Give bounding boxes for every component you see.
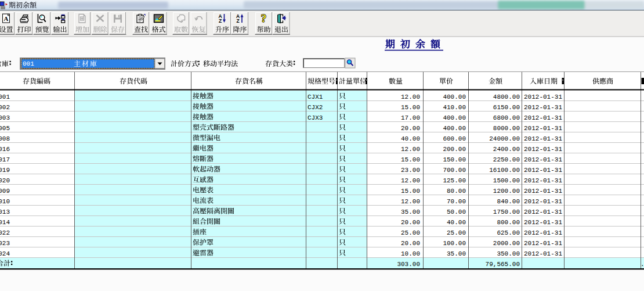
svg-text:79,565.00: 79,565.00 [486, 261, 520, 268]
svg-text:350.00: 350.00 [497, 250, 520, 257]
svg-text:20.00: 20.00 [401, 125, 420, 132]
svg-text:009: 009 [0, 188, 10, 195]
svg-text:014: 014 [0, 219, 10, 226]
svg-text:12.00: 12.00 [401, 146, 420, 153]
svg-text:840.00: 840.00 [497, 198, 520, 205]
svg-text:008: 008 [0, 135, 10, 142]
svg-text:010: 010 [0, 198, 10, 205]
svg-text:A: A [4, 15, 9, 22]
svg-text:800.00: 800.00 [497, 219, 520, 226]
svg-text:CJX3: CJX3 [307, 114, 323, 121]
svg-text:15.00: 15.00 [401, 104, 420, 111]
svg-text:25.00: 25.00 [447, 229, 466, 236]
svg-text:2012-01-31: 2012-01-31 [524, 240, 562, 247]
svg-text:700.00: 700.00 [443, 167, 466, 174]
svg-text:001: 001 [23, 60, 34, 67]
svg-text:017: 017 [0, 156, 10, 163]
svg-text:20.00: 20.00 [401, 219, 420, 226]
svg-text:400.00: 400.00 [443, 94, 466, 100]
svg-text:2250.00: 2250.00 [493, 156, 520, 163]
svg-text:016: 016 [0, 146, 10, 153]
svg-text:12.00: 12.00 [401, 94, 420, 100]
svg-text:410.00: 410.00 [443, 104, 466, 111]
svg-text:40.00: 40.00 [401, 135, 420, 142]
svg-text:2012-01-31: 2012-01-31 [524, 219, 562, 226]
svg-text:303.00: 303.00 [397, 261, 420, 268]
svg-text:001: 001 [0, 94, 10, 100]
svg-text:Z: Z [219, 18, 222, 24]
svg-text:12.00: 12.00 [401, 198, 420, 205]
svg-text:005: 005 [0, 125, 10, 132]
svg-text:25.00: 25.00 [401, 229, 420, 236]
svg-text:125.00: 125.00 [443, 177, 466, 184]
svg-text:019: 019 [0, 167, 10, 174]
svg-text:40.00: 40.00 [447, 219, 466, 226]
svg-text:2012-01-31: 2012-01-31 [524, 114, 562, 121]
svg-text:2012-01-31: 2012-01-31 [524, 198, 562, 205]
svg-text:50.00: 50.00 [447, 209, 466, 215]
svg-text:70.00: 70.00 [447, 198, 466, 205]
svg-text:400.00: 400.00 [443, 114, 466, 121]
svg-text:4800.00: 4800.00 [493, 94, 520, 100]
svg-text:?: ? [261, 12, 267, 24]
svg-text:150.00: 150.00 [443, 156, 466, 163]
svg-text:020: 020 [0, 177, 10, 184]
svg-text:35.00: 35.00 [401, 209, 420, 215]
svg-text:002: 002 [0, 104, 10, 111]
svg-text:2012-01-31: 2012-01-31 [524, 156, 562, 163]
svg-text:6800.00: 6800.00 [493, 114, 520, 121]
svg-text:2000.00: 2000.00 [493, 240, 520, 247]
svg-text:20.00: 20.00 [401, 240, 420, 247]
svg-text:2012-01-31: 2012-01-31 [524, 209, 562, 215]
svg-text:8000.00: 8000.00 [493, 125, 520, 132]
svg-text:2012-01-31: 2012-01-31 [524, 135, 562, 142]
svg-text:625.00: 625.00 [497, 229, 520, 236]
svg-text:.: . [641, 261, 644, 268]
svg-text:10.00: 10.00 [401, 250, 420, 257]
svg-text:24000.00: 24000.00 [489, 135, 520, 142]
svg-text:16100.00: 16100.00 [489, 167, 520, 174]
svg-text:80.00: 80.00 [447, 188, 466, 195]
svg-text:23.00: 23.00 [401, 167, 420, 174]
svg-text:Z: Z [236, 18, 239, 24]
svg-text:2012-01-31: 2012-01-31 [524, 94, 562, 100]
svg-text:1500.00: 1500.00 [493, 177, 520, 184]
svg-text:6150.00: 6150.00 [493, 104, 520, 111]
svg-text:2012-01-31: 2012-01-31 [524, 125, 562, 132]
svg-text:2012-01-31: 2012-01-31 [524, 229, 562, 236]
svg-text:2012-01-31: 2012-01-31 [524, 146, 562, 153]
svg-text:12.00: 12.00 [401, 177, 420, 184]
svg-text:17.00: 17.00 [401, 114, 420, 121]
svg-text:2012-01-31: 2012-01-31 [524, 188, 562, 195]
svg-text:200.00: 200.00 [443, 146, 466, 153]
svg-text:15.00: 15.00 [401, 156, 420, 163]
svg-text:CJX1: CJX1 [307, 94, 323, 100]
svg-text:2400.00: 2400.00 [493, 146, 520, 153]
svg-text:400.00: 400.00 [443, 125, 466, 132]
svg-text:600.00: 600.00 [443, 135, 466, 142]
svg-text:1750.00: 1750.00 [493, 209, 520, 215]
svg-text:1200.00: 1200.00 [493, 188, 520, 195]
svg-text:2012-01-31: 2012-01-31 [524, 167, 562, 174]
svg-text:023: 023 [0, 240, 10, 247]
svg-text:CJX2: CJX2 [307, 104, 323, 111]
svg-text:2012-01-31: 2012-01-31 [524, 177, 562, 184]
svg-text:024: 024 [0, 250, 10, 257]
svg-text:35.00: 35.00 [447, 250, 466, 257]
svg-text:15.00: 15.00 [401, 188, 420, 195]
svg-text:013: 013 [0, 209, 10, 215]
svg-text:100.00: 100.00 [443, 240, 466, 247]
svg-text:2012-01-31: 2012-01-31 [524, 250, 562, 257]
svg-text:003: 003 [0, 114, 10, 121]
svg-text:022: 022 [0, 229, 10, 236]
svg-text:2012-01-31: 2012-01-31 [524, 104, 562, 111]
